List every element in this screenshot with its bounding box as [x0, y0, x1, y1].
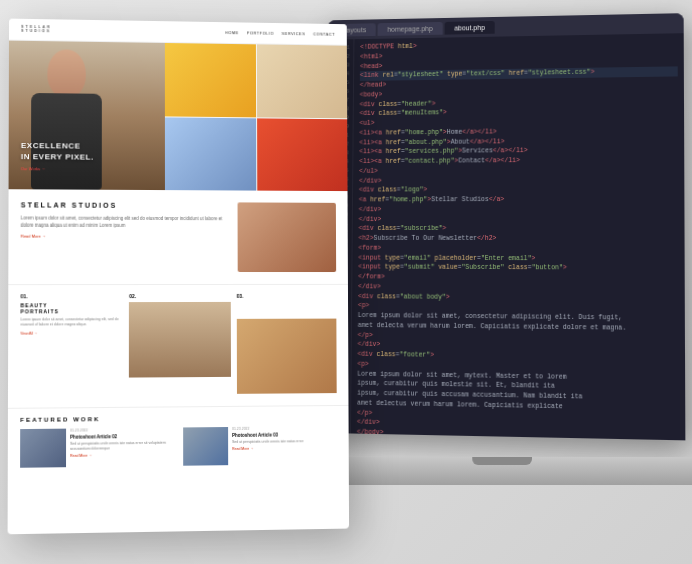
featured-item-desc-2: Sed ut perspiciatis unde omnis iste natu… [232, 439, 337, 445]
nav-link-portfolio[interactable]: PORTFOLIO [247, 30, 274, 35]
hero-grid-cell-2 [257, 44, 347, 117]
featured-item-title-2: Photoshoot Article 03 [232, 432, 337, 438]
hero-grid-cell-4 [257, 118, 347, 191]
hero-grid-cell-3 [165, 117, 256, 191]
portfolio-item-1: 01. BEAUTYPORTRAITS Lorem ipsum dolor si… [20, 293, 123, 389]
featured-item-2: 01.23.2022 Photoshoot Article 03 Sed ut … [183, 426, 337, 466]
about-section: STELLAR STUDIOS Lorem ipsum dolor sit am… [8, 189, 348, 285]
about-left: STELLAR STUDIOS Lorem ipsum dolor sit am… [21, 201, 228, 272]
site-logo: STELLAR STUDIOS [21, 26, 52, 33]
nav-links: HOME PORTFOLIO SERVICES CONTACT [225, 30, 335, 37]
featured-date-2: 01.23.2022 [232, 426, 337, 431]
featured-item-title-1: Photoshoot Article 02 [70, 434, 177, 440]
featured-thumb-1 [20, 429, 66, 468]
laptop-base [306, 457, 692, 486]
editor-code-content: <!DOCTYPE html> <html> <head> <link rel=… [351, 33, 685, 440]
about-title: STELLAR STUDIOS [21, 201, 228, 209]
hero-grid [165, 43, 348, 191]
portfolio-view-all[interactable]: View All → [20, 331, 123, 335]
hero-text: EXCELLENCEIN EVERY PIXEL. Our Works → [21, 141, 94, 171]
featured-item-desc-1: Sed ut perspiciatis unde omnis iste natu… [70, 441, 177, 452]
portfolio-col-2: 02. [129, 293, 230, 395]
nav-link-contact[interactable]: CONTACT [313, 32, 335, 37]
code-editor: layouts homepage.php about.php 12345 678… [324, 13, 686, 440]
portfolio-section: 01. BEAUTYPORTRAITS Lorem ipsum dolor si… [8, 285, 349, 409]
featured-thumb-2 [183, 427, 228, 466]
hero-section: EXCELLENCEIN EVERY PIXEL. Our Works → [9, 41, 348, 191]
about-body: Lorem ipsum dolor sit amet, consectetur … [21, 214, 228, 229]
portfolio-image-3 [236, 319, 336, 394]
about-image [238, 202, 337, 272]
featured-item-1: 01.23.2022 Photoshoot Article 02 Sed ut … [20, 428, 177, 468]
scene: STELLAR STUDIOS HOME PORTFOLIO SERVICES … [0, 0, 692, 564]
featured-read-more-1[interactable]: Read More → [70, 452, 177, 457]
featured-date-1: 01.23.2022 [70, 428, 177, 433]
portfolio-num-2: 02. [129, 293, 230, 299]
nav-link-home[interactable]: HOME [225, 30, 239, 35]
featured-read-more-2[interactable]: Read More → [232, 446, 337, 451]
portfolio-grid: 01. BEAUTYPORTRAITS Lorem ipsum dolor si… [20, 293, 336, 396]
tab-about[interactable]: about.php [444, 20, 494, 34]
featured-title: FEATURED WORK [20, 414, 337, 423]
nav-link-services[interactable]: SERVICES [282, 31, 306, 36]
hero-cta[interactable]: Our Works → [21, 166, 94, 172]
portfolio-desc-1: Lorem ipsum dolor sit amet, consectetur … [20, 317, 123, 328]
tab-homepage[interactable]: homepage.php [378, 21, 443, 35]
hero-grid-cell-1 [165, 43, 256, 117]
portfolio-col-3: 03. [236, 293, 336, 394]
logo-sub: STUDIOS [21, 29, 52, 33]
portfolio-num-1: 01. [21, 293, 124, 299]
portfolio-label-1: BEAUTYPORTRAITS [20, 302, 123, 314]
portfolio-main-image [129, 302, 230, 378]
featured-info-2: 01.23.2022 Photoshoot Article 03 Sed ut … [232, 426, 337, 465]
portfolio-num-3: 03. [236, 293, 336, 299]
featured-info-1: 01.23.2022 Photoshoot Article 02 Sed ut … [70, 428, 177, 468]
hero-left: EXCELLENCEIN EVERY PIXEL. Our Works → [9, 41, 165, 190]
featured-section: FEATURED WORK 01.23.2022 Photoshoot Arti… [8, 406, 349, 476]
hero-headline: EXCELLENCEIN EVERY PIXEL. [21, 141, 94, 162]
website-mockup: STELLAR STUDIOS HOME PORTFOLIO SERVICES … [8, 19, 349, 535]
laptop-mockup: layouts homepage.php about.php 12345 678… [302, 15, 692, 505]
featured-grid: 01.23.2022 Photoshoot Article 02 Sed ut … [20, 426, 337, 468]
editor-body: 12345 678910 1112131415 1617181920 21222… [324, 33, 686, 440]
about-read-more[interactable]: Read More → [21, 234, 228, 240]
